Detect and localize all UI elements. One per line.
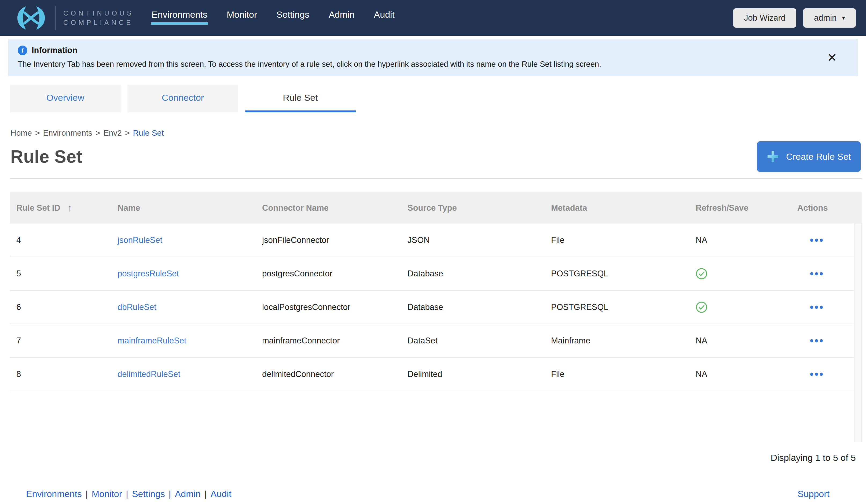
col-header-connector-name[interactable]: Connector Name — [256, 203, 401, 213]
rule-set-name-link[interactable]: mainframeRuleSet — [118, 336, 187, 346]
cell-refresh-save — [689, 268, 791, 279]
ellipsis-icon — [815, 339, 818, 342]
cell-source-type: Delimited — [401, 369, 545, 379]
footer-link-admin[interactable]: Admin — [175, 489, 201, 499]
cell-source-type: Database — [401, 302, 545, 312]
nav-settings[interactable]: Settings — [276, 9, 309, 20]
ellipsis-icon — [820, 239, 823, 242]
footer-link-environments[interactable]: Environments — [26, 489, 82, 499]
footer: Environments|Monitor|Settings|Admin|Audi… — [0, 489, 866, 499]
row-actions-button[interactable] — [791, 373, 854, 376]
plus-icon — [767, 150, 779, 163]
cell-connector-name: mainframeConnector — [256, 336, 401, 346]
tab-overview[interactable]: Overview — [10, 85, 121, 112]
cell-metadata: File — [545, 236, 689, 245]
cell-connector-name: localPostgresConnector — [256, 302, 401, 312]
col-header-metadata[interactable]: Metadata — [545, 203, 689, 213]
rule-set-name-link[interactable]: dbRuleSet — [118, 302, 156, 312]
nav-environments[interactable]: Environments — [152, 9, 207, 20]
cell-source-type: JSON — [401, 236, 545, 245]
ellipsis-icon — [810, 306, 813, 309]
cell-refresh-save: NA — [689, 236, 791, 245]
row-actions-button[interactable] — [791, 239, 854, 242]
footer-separator: | — [126, 489, 128, 499]
breadcrumb-rule-set[interactable]: Rule Set — [133, 128, 164, 137]
table-row: 4 jsonRuleSet jsonFileConnector JSON Fil… — [10, 224, 854, 257]
col-header-refresh-save[interactable]: Refresh/Save — [689, 203, 791, 213]
footer-link-settings[interactable]: Settings — [132, 489, 165, 499]
tab-rule-set[interactable]: Rule Set — [245, 85, 356, 112]
ellipsis-icon — [810, 339, 813, 342]
job-wizard-button[interactable]: Job Wizard — [733, 8, 796, 27]
create-rule-set-button[interactable]: Create Rule Set — [757, 141, 861, 172]
footer-support-link[interactable]: Support — [798, 489, 830, 499]
brand-line1: CONTINUOUS — [63, 9, 134, 18]
create-rule-set-label: Create Rule Set — [786, 151, 851, 162]
col-header-label: Metadata — [551, 203, 587, 213]
close-icon[interactable]: ✕ — [827, 52, 837, 64]
col-header-name[interactable]: Name — [111, 203, 256, 213]
nav-admin[interactable]: Admin — [329, 9, 354, 20]
navbar-right: Job Wizard admin ▾ — [733, 8, 856, 27]
cell-rule-set-id: 8 — [10, 369, 111, 379]
rule-set-name-link[interactable]: delimitedRuleSet — [118, 369, 180, 379]
ellipsis-icon — [820, 373, 823, 376]
breadcrumb-home[interactable]: Home — [10, 128, 32, 137]
col-header-source-type[interactable]: Source Type — [401, 203, 545, 213]
cell-connector-name: postgresConnector — [256, 269, 401, 278]
tab-connector[interactable]: Connector — [127, 85, 238, 112]
page-title: Rule Set — [10, 146, 82, 167]
brand-name: CONTINUOUS COMPLIANCE — [63, 9, 134, 27]
row-actions-button[interactable] — [791, 306, 854, 309]
user-name: admin — [814, 13, 836, 23]
rule-set-name-link[interactable]: jsonRuleSet — [118, 236, 162, 245]
footer-separator: | — [86, 489, 88, 499]
cell-refresh-save — [689, 301, 791, 313]
footer-link-monitor[interactable]: Monitor — [92, 489, 122, 499]
cell-rule-set-id: 6 — [10, 302, 111, 312]
row-actions-button[interactable] — [791, 272, 854, 275]
info-banner-header: i Information — [18, 46, 826, 55]
col-header-label: Actions — [797, 203, 828, 213]
user-menu-button[interactable]: admin ▾ — [803, 8, 856, 27]
primary-nav: EnvironmentsMonitorSettingsAdminAudit — [152, 9, 395, 26]
table-header-row: Rule Set ID↑NameConnector NameSource Typ… — [10, 192, 862, 224]
scrollbar[interactable] — [854, 224, 862, 442]
ellipsis-icon — [820, 339, 823, 342]
cell-rule-set-id: 4 — [10, 236, 111, 245]
info-banner: i Information The Inventory Tab has been… — [8, 39, 858, 76]
cell-source-type: Database — [401, 269, 545, 278]
col-header-label: Rule Set ID — [16, 203, 60, 213]
info-banner-message: The Inventory Tab has been removed from … — [18, 60, 826, 69]
ellipsis-icon — [820, 272, 823, 275]
nav-monitor[interactable]: Monitor — [227, 9, 257, 20]
breadcrumb-environments[interactable]: Environments — [43, 128, 92, 137]
nav-audit[interactable]: Audit — [374, 9, 395, 20]
col-header-actions[interactable]: Actions — [791, 203, 854, 213]
footer-nav: Environments|Monitor|Settings|Admin|Audi… — [26, 489, 231, 499]
pagination-status: Displaying 1 to 5 of 5 — [0, 453, 856, 463]
brand: CONTINUOUS COMPLIANCE — [14, 5, 134, 31]
ellipsis-icon — [820, 306, 823, 309]
col-header-rule-set-id[interactable]: Rule Set ID↑ — [10, 203, 111, 214]
cell-rule-set-id: 7 — [10, 336, 111, 346]
brand-divider — [55, 5, 56, 30]
table-body: 4 jsonRuleSet jsonFileConnector JSON Fil… — [10, 224, 862, 442]
col-header-label: Name — [118, 203, 140, 213]
cell-source-type: DataSet — [401, 336, 545, 346]
table-row: 8 delimitedRuleSet delimitedConnector De… — [10, 358, 854, 391]
breadcrumb-env2[interactable]: Env2 — [103, 128, 122, 137]
footer-link-audit[interactable]: Audit — [211, 489, 232, 499]
table-row: 5 postgresRuleSet postgresConnector Data… — [10, 257, 854, 290]
cell-metadata: File — [545, 369, 689, 379]
ellipsis-icon — [810, 373, 813, 376]
ellipsis-icon — [815, 373, 818, 376]
rule-set-name-link[interactable]: postgresRuleSet — [118, 269, 179, 278]
ellipsis-icon — [815, 306, 818, 309]
row-actions-button[interactable] — [791, 339, 854, 342]
delphix-logo-icon — [14, 5, 48, 31]
sort-ascending-icon: ↑ — [67, 203, 73, 214]
brand-line2: COMPLIANCE — [63, 18, 134, 27]
cell-metadata: POSTGRESQL — [545, 302, 689, 312]
info-banner-title: Information — [32, 46, 78, 55]
